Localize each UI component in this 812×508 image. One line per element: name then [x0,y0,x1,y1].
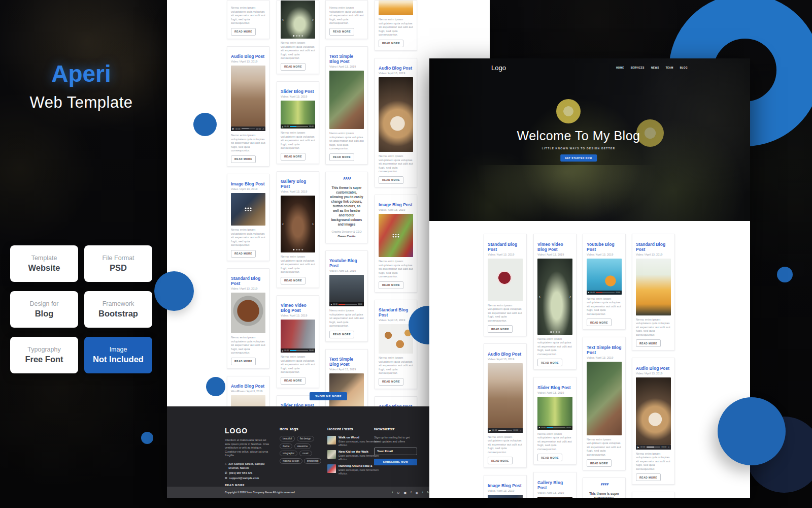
carousel-dot[interactable] [298,249,300,250]
post-title-link[interactable]: Standard Blog Post [488,242,523,252]
video-progress[interactable] [290,126,308,127]
read-more-button[interactable]: READ MORE [537,454,562,461]
play-icon[interactable]: ▸ [331,303,332,306]
post-title-link[interactable]: Text Simple Blog Post [329,54,364,64]
carousel-dots[interactable] [550,331,560,333]
carousel-dot[interactable] [553,331,554,333]
tumblr-icon[interactable]: t [422,491,423,494]
post-title-link[interactable]: Standard Blog Post [636,242,671,252]
carousel-dots[interactable] [293,35,303,37]
play-icon[interactable]: ▸ [539,426,540,429]
post-title-link[interactable]: Vimeo Video Blog Post [281,303,315,313]
footer-tag[interactable]: infographic [280,451,297,456]
audio-progress[interactable] [498,430,512,431]
behance-icon[interactable]: ƀ [427,491,429,494]
post-title-link[interactable]: Youtube Blog Post [329,258,364,268]
site-logo[interactable]: Logo [491,64,506,72]
play-icon[interactable]: ▶ [637,446,639,449]
dribbble-icon[interactable]: ◉ [416,491,418,494]
read-more-button[interactable]: READ MORE [281,153,306,161]
video-player-bar[interactable]: ▸00:0000:00 [281,348,315,353]
carousel-dot on[interactable] [293,35,294,37]
post-title-link[interactable]: Slider Blog Post [537,385,572,390]
carousel-dot on[interactable] [550,331,552,333]
facebook-icon[interactable]: f [411,491,412,494]
audio-player-bar[interactable]: ▶00:0000:00♫ [231,126,265,131]
read-more-button[interactable]: READ MORE [231,155,256,163]
volume-icon[interactable]: ♫ [668,446,669,449]
get-started-button[interactable]: GET STARTED NOW [560,154,597,162]
video-progress[interactable] [547,427,565,428]
carousel-next-icon[interactable]: › [312,222,314,227]
carousel-prev-icon[interactable]: ‹ [282,222,284,227]
show-me-more-button[interactable]: SHOW ME MORE [310,392,347,400]
audio-progress[interactable] [242,129,255,130]
post-title-link[interactable]: Text Simple Blog Post [329,357,364,367]
post-title-link[interactable]: Image Blog Post [488,483,523,488]
footer-tag[interactable]: music [299,451,312,456]
carousel-dot[interactable] [556,331,557,333]
read-more-button[interactable]: READ MORE [379,281,403,289]
read-more-button[interactable]: READ MORE [636,339,661,347]
read-more-button[interactable]: READ MORE [587,459,612,467]
carousel-dot[interactable] [296,249,297,250]
post-title-link[interactable]: Text Simple Blog Post [587,345,622,355]
read-more-button[interactable]: READ MORE [379,378,403,386]
read-more-button[interactable]: READ MORE [231,250,256,258]
post-title-link[interactable]: Standard Blog Post [379,307,413,318]
post-title-link[interactable]: Audio Blog Post [636,366,671,371]
nav-item-home[interactable]: HOME [616,67,624,69]
nav-item-services[interactable]: SERVICES [631,67,645,69]
video-player-bar[interactable]: ▸00:0000:00 [537,426,572,430]
nav-item-blog[interactable]: BLOG [680,67,688,69]
footer-tag[interactable]: flat design [297,436,314,441]
subscribe-button[interactable]: SUBSCRIBE NOW [374,459,417,465]
post-title-link[interactable]: Youtube Blog Post [587,242,622,252]
read-more-button[interactable]: READ MORE [488,325,513,333]
read-more-button[interactable]: READ MORE [537,359,562,366]
read-more-button[interactable]: READ MORE [329,153,354,161]
carousel-dot[interactable] [298,35,300,37]
nav-item-news[interactable]: NEWS [651,67,659,69]
read-more-button[interactable]: READ MORE [281,277,306,284]
post-title-link[interactable]: Slider Blog Post [281,403,315,406]
footer-tag[interactable]: beautiful [280,436,295,441]
video-player-bar[interactable]: ▸00:0000:00 [587,291,622,295]
read-more-button[interactable]: READ MORE [379,40,403,47]
instagram-icon[interactable]: ▣ [403,491,407,494]
post-title-link[interactable]: Audio Blog Post [488,352,523,357]
read-more-button[interactable]: READ MORE [281,377,306,385]
post-title-link[interactable]: Standard Blog Post [231,276,265,286]
post-title-link[interactable]: Image Blog Post [231,181,265,186]
post-title-link[interactable]: Gallery Blog Post [281,179,315,189]
read-more-button[interactable]: READ MORE [329,28,354,36]
footer-tag[interactable]: material design [280,458,302,464]
carousel-dot[interactable] [558,331,560,333]
post-title-link[interactable]: Slider Blog Post [281,89,315,94]
footer-tag[interactable]: photoshop [304,458,321,464]
volume-icon[interactable]: ♫ [520,429,521,432]
video-progress[interactable] [339,304,357,305]
read-more-button[interactable]: READ MORE [231,358,256,365]
twitter-icon[interactable]: t [392,491,393,494]
read-more-button[interactable]: READ MORE [231,28,256,36]
carousel-prev-icon[interactable]: ‹ [539,294,540,299]
carousel-dot[interactable] [296,35,297,37]
video-progress[interactable] [290,350,308,351]
audio-progress[interactable] [647,447,660,448]
play-icon[interactable]: ▸ [588,291,589,294]
carousel-dot on[interactable] [293,249,294,250]
footer-tag[interactable]: theme [280,443,292,449]
pinterest-icon[interactable]: ⊙ [397,491,399,494]
carousel-prev-icon[interactable]: ‹ [282,17,284,22]
play-icon[interactable]: ▶ [232,128,234,130]
play-icon[interactable]: ▶ [489,429,491,432]
post-title-link[interactable]: Audio Blog Post [379,66,413,71]
carousel-dot[interactable] [301,249,303,250]
email-input[interactable]: Your Email [374,448,417,455]
play-icon[interactable]: ▸ [282,125,283,128]
recent-post-item[interactable]: Running Around Hike aEtiam consequat, nu… [327,464,382,475]
nav-item-team[interactable]: TEAM [666,67,673,69]
carousel-dot[interactable] [301,35,303,37]
post-title-link[interactable]: Vimeo Video Blog Post [537,242,572,252]
